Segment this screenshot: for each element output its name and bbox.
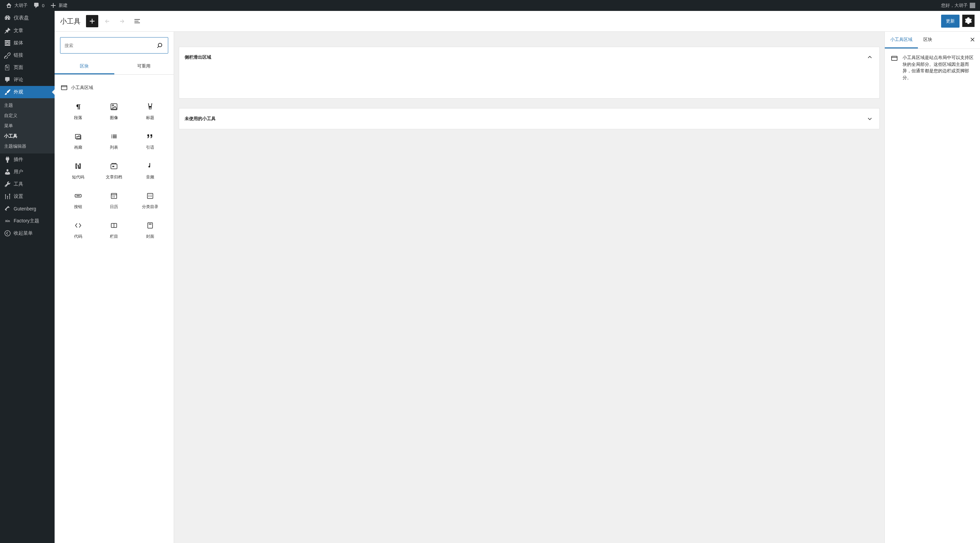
widget-area-header[interactable]: 未使用的小工具	[179, 108, 879, 129]
sidebar-item-links[interactable]: 链接	[0, 49, 55, 61]
block-heading[interactable]: 标题	[132, 97, 168, 127]
submenu-theme-editor[interactable]: 主题编辑器	[0, 141, 55, 151]
block-gallery[interactable]: 画廊	[60, 127, 96, 157]
submenu-themes[interactable]: 主题	[0, 100, 55, 111]
block-code[interactable]: 代码	[60, 216, 96, 246]
media-icon	[4, 40, 11, 46]
sidebar-item-collapse[interactable]: 收起菜单	[0, 227, 55, 240]
admin-bar-new[interactable]: 新建	[47, 0, 70, 11]
new-label: 新建	[59, 2, 68, 8]
tab-widget-area[interactable]: 小工具区域	[885, 32, 918, 48]
user-icon	[4, 168, 11, 175]
settings-toggle-button[interactable]	[962, 15, 975, 27]
undo-button[interactable]	[101, 15, 113, 27]
image-icon	[110, 103, 118, 111]
block-grid: 段落 图像 标题 画廊 列表 引语 短代码 文章归档 音频 按钮 日历 分类目录…	[60, 97, 168, 246]
sidebar-item-media[interactable]: 媒体	[0, 37, 55, 49]
sidebar-item-factory[interactable]: Xin Factory主题	[0, 215, 55, 227]
sliders-icon	[4, 193, 11, 200]
close-icon	[970, 37, 975, 42]
admin-bar-comments[interactable]: 0	[30, 0, 47, 11]
tab-reusable[interactable]: 可重用	[114, 59, 174, 75]
sidebar-item-gutenberg[interactable]: Gutenberg	[0, 203, 55, 215]
sidebar-label: 外观	[14, 89, 23, 95]
sidebar-label: 工具	[14, 181, 23, 187]
widget-canvas: 侧栏滑出区域 未使用的小工具	[174, 32, 885, 543]
tab-blocks[interactable]: 区块	[55, 59, 114, 75]
block-inserter-panel: 区块 可重用 小工具区域 段落 图像 标题 画廊 列表 引语	[55, 32, 174, 543]
block-columns[interactable]: 栏目	[96, 216, 132, 246]
widget-area-header[interactable]: 侧栏滑出区域	[179, 47, 879, 68]
redo-icon	[118, 17, 126, 25]
update-button[interactable]: 更新	[941, 15, 959, 28]
page-icon	[4, 64, 11, 71]
close-settings-button[interactable]	[965, 37, 980, 43]
svg-point-5	[148, 195, 149, 195]
svg-rect-2	[76, 195, 80, 196]
sidebar-label: 媒体	[14, 40, 23, 46]
block-categories[interactable]: 分类目录	[132, 186, 168, 216]
admin-bar-site[interactable]: 大胡子	[3, 0, 30, 11]
sidebar-label: 链接	[14, 52, 23, 58]
admin-bar: 大胡子 0 新建 您好，大胡子	[0, 0, 980, 11]
settings-body: 小工具区域是站点布局中可以支持区块的全局部分。这些区域因主题而异，但通常都是您的…	[885, 49, 980, 86]
plus-icon	[88, 17, 96, 25]
block-cover[interactable]: 封面	[132, 216, 168, 246]
block-paragraph[interactable]: 段落	[60, 97, 96, 127]
block-image[interactable]: 图像	[96, 97, 132, 127]
inserter-body: 小工具区域 段落 图像 标题 画廊 列表 引语 短代码 文章归档 音频 按钮 日…	[55, 75, 174, 543]
wrench-icon	[4, 181, 11, 187]
list-view-button[interactable]	[131, 15, 143, 27]
block-archives[interactable]: 文章归档	[96, 157, 132, 186]
admin-bar-right[interactable]: 您好，大胡子	[941, 2, 977, 8]
sidebar-item-settings[interactable]: 设置	[0, 191, 55, 203]
redo-button[interactable]	[116, 15, 128, 27]
widget-area-icon	[890, 54, 899, 62]
block-audio[interactable]: 音频	[132, 157, 168, 186]
sidebar-item-plugins[interactable]: 插件	[0, 154, 55, 166]
inserter-search-wrap	[60, 37, 168, 54]
widget-area-inactive: 未使用的小工具	[179, 108, 880, 129]
link-icon	[4, 52, 11, 59]
sidebar-label: Factory主题	[14, 218, 39, 224]
svg-point-7	[151, 195, 152, 195]
paragraph-icon	[74, 103, 82, 111]
editor-toolbar: 小工具 更新	[55, 11, 980, 32]
inserter-category[interactable]: 小工具区域	[60, 80, 168, 97]
search-input[interactable]	[65, 43, 156, 48]
chevron-down-icon	[866, 114, 874, 123]
factory-icon: Xin	[4, 218, 11, 224]
widget-area-title: 未使用的小工具	[185, 116, 216, 122]
submenu-customize[interactable]: 自定义	[0, 111, 55, 121]
submenu-menus[interactable]: 菜单	[0, 121, 55, 131]
brush-icon	[4, 89, 11, 95]
sidebar-item-comments[interactable]: 评论	[0, 74, 55, 86]
gallery-icon	[74, 132, 82, 141]
submenu-widgets[interactable]: 小工具	[0, 131, 55, 141]
sidebar-item-users[interactable]: 用户	[0, 166, 55, 178]
sidebar-label: 设置	[14, 194, 23, 200]
gutenberg-icon	[4, 205, 11, 212]
add-block-button[interactable]	[86, 15, 98, 27]
plug-icon	[4, 156, 11, 163]
svg-rect-12	[148, 223, 153, 228]
block-buttons[interactable]: 按钮	[60, 186, 96, 216]
sidebar-item-posts[interactable]: 文章	[0, 25, 55, 37]
widget-area-body[interactable]	[179, 68, 879, 98]
heading-icon	[146, 103, 154, 111]
admin-sidebar: 仪表盘 文章 媒体 链接 页面 评论 外观 主题 自定义 菜单	[0, 11, 55, 543]
sidebar-item-dashboard[interactable]: 仪表盘	[0, 11, 55, 25]
sidebar-item-pages[interactable]: 页面	[0, 61, 55, 74]
tab-block[interactable]: 区块	[918, 32, 938, 48]
sidebar-item-tools[interactable]: 工具	[0, 178, 55, 191]
sidebar-item-appearance[interactable]: 外观	[0, 86, 55, 98]
block-shortcode[interactable]: 短代码	[60, 157, 96, 186]
widget-area-sidebar-slideout: 侧栏滑出区域	[179, 47, 880, 98]
block-quote[interactable]: 引语	[132, 127, 168, 157]
block-calendar[interactable]: 日历	[96, 186, 132, 216]
quote-icon	[146, 132, 154, 141]
calendar-icon	[110, 192, 118, 200]
main: 小工具 更新	[55, 11, 980, 543]
block-list[interactable]: 列表	[96, 127, 132, 157]
search-input-wrap	[60, 37, 168, 54]
